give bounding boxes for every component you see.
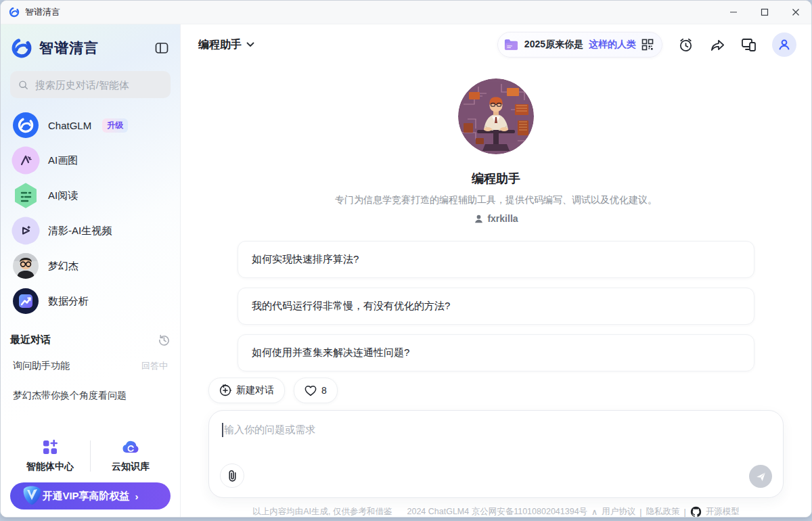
folder-icon <box>503 38 519 51</box>
sidebar-item-label: AI阅读 <box>48 189 78 202</box>
send-plane-icon <box>755 471 767 482</box>
main-panel: 编程助手 2025原来你是 <box>181 24 811 518</box>
agent-author-name: fxrkilla <box>487 213 518 224</box>
sidebar-item-qingying-video[interactable]: 清影-AI生视频 <box>10 213 171 248</box>
vip-upgrade-button[interactable]: 开通VIP享高阶权益 › <box>10 482 171 509</box>
app-logo-icon <box>9 7 20 18</box>
chatglm-icon <box>13 112 39 138</box>
new-chat-label: 新建对话 <box>236 384 274 397</box>
new-chat-button[interactable]: 新建对话 <box>208 378 285 403</box>
maximize-button[interactable] <box>749 1 780 24</box>
opensource-link[interactable]: 开源模型 <box>706 506 740 518</box>
agent-title: 编程助手 <box>472 171 520 187</box>
close-icon <box>792 8 800 16</box>
sidebar-item-data-analysis[interactable]: 数据分析 <box>10 284 171 319</box>
app-window: 智谱清言 智谱清言 <box>0 0 812 518</box>
window-title: 智谱清言 <box>25 6 718 18</box>
qr-code-icon <box>641 39 654 51</box>
footer-collapse-icon[interactable]: ∧ <box>591 507 597 517</box>
brand-name: 智谱清言 <box>39 39 153 58</box>
sidebar: 智谱清言 <box>1 24 181 518</box>
vip-logo-icon <box>17 480 48 511</box>
footer-separator: | <box>639 507 641 517</box>
copyright-text: 2024 ChatGLM4 京公网安备11010802041394号 <box>407 506 588 518</box>
qingying-video-icon <box>13 218 39 244</box>
agent-author-row: fxrkilla <box>474 213 518 224</box>
like-count: 8 <box>321 385 327 396</box>
close-button[interactable] <box>780 1 811 24</box>
data-analysis-icon <box>13 288 39 314</box>
cloud-knowledge-tab[interactable]: 云知识库 <box>91 438 171 473</box>
sidebar-bottom-tabs: 智能体中心 云知识库 <box>10 438 171 473</box>
sidebar-item-label: 梦幻杰 <box>48 260 78 273</box>
maximize-icon <box>761 8 769 16</box>
footer-separator: | <box>684 507 686 517</box>
paperclip-icon <box>227 470 238 482</box>
agent-selector-label: 编程助手 <box>198 38 242 52</box>
sidebar-item-label: 数据分析 <box>48 295 89 308</box>
sidebar-collapse-button[interactable] <box>153 39 171 57</box>
alarm-button[interactable] <box>677 36 694 53</box>
promo-banner[interactable]: 2025原来你是 这样的人类 <box>497 32 662 58</box>
history-icon[interactable] <box>158 334 171 346</box>
user-icon <box>777 38 791 51</box>
agent-description: 专门为信息学竞赛打造的编程辅助工具，提供代码编写、调试以及优化建议。 <box>335 194 657 206</box>
search-box[interactable] <box>10 71 171 98</box>
agent-selector[interactable]: 编程助手 <box>198 38 254 52</box>
chat-input-placeholder: 输入你的问题或需求 <box>224 424 315 436</box>
sidebar-item-label: ChatGLM <box>48 120 91 131</box>
sidebar-item-menghuanjie[interactable]: 梦幻杰 <box>10 248 171 284</box>
recent-chat-status: 回答中 <box>141 360 168 372</box>
chat-input[interactable]: 输入你的问题或需求 <box>222 423 315 437</box>
sidebar-item-label: 清影-AI生视频 <box>48 225 112 237</box>
sidebar-item-ai-draw[interactable]: AI画图 <box>10 143 171 178</box>
suggestion-card[interactable]: 我的代码运行得非常慢，有没有优化的方法? <box>238 288 754 325</box>
chevron-down-icon <box>246 42 254 47</box>
ai-disclaimer: 以上内容均由AI生成, 仅供参考和借鉴 <box>252 506 392 518</box>
agent-avatar <box>458 78 534 154</box>
recent-chats-header: 最近对话 <box>10 328 171 351</box>
menghuanjie-avatar <box>13 253 39 279</box>
alarm-clock-icon <box>678 37 694 53</box>
suggestion-list: 如何实现快速排序算法? 我的代码运行得非常慢，有没有优化的方法? 如何使用并查集… <box>238 241 754 371</box>
page-footer: 以上内容均由AI生成, 仅供参考和借鉴 2024 ChatGLM4 京公网安备1… <box>181 506 811 518</box>
terms-link[interactable]: 用户协议 <box>602 506 635 518</box>
send-button[interactable] <box>749 465 772 488</box>
agent-center-tab[interactable]: 智能体中心 <box>10 438 90 473</box>
attach-button[interactable] <box>220 463 244 488</box>
window-controls <box>718 1 811 24</box>
sidebar-item-ai-read[interactable]: AI阅读 <box>10 178 171 213</box>
cloud-knowledge-icon <box>121 438 140 456</box>
recent-chat-item[interactable]: 询问助手功能 回答中 <box>10 351 171 381</box>
minimize-button[interactable] <box>718 1 749 24</box>
agent-hero: 编程助手 专门为信息学竞赛打造的编程辅助工具，提供代码编写、调试以及优化建议。 … <box>181 65 811 224</box>
banner-highlight-text: 这样的人类 <box>589 39 636 51</box>
recent-chats-title: 最近对话 <box>10 334 158 346</box>
like-button[interactable]: 8 <box>294 378 338 403</box>
suggestion-card[interactable]: 如何使用并查集来解决连通性问题? <box>238 334 754 371</box>
profile-button[interactable] <box>772 32 796 57</box>
text-caret <box>222 423 223 437</box>
ai-draw-icon <box>13 148 39 173</box>
suggestion-card[interactable]: 如何实现快速排序算法? <box>238 241 754 278</box>
recent-chat-item[interactable]: 梦幻杰带你换个角度看问题 <box>10 381 171 411</box>
brand-row: 智谱清言 <box>10 35 171 61</box>
titlebar: 智谱清言 <box>1 1 811 24</box>
share-arrow-icon <box>710 37 725 53</box>
ai-read-icon <box>13 183 39 208</box>
new-chat-icon <box>219 384 231 397</box>
privacy-link[interactable]: 隐私政策 <box>646 506 680 518</box>
share-button[interactable] <box>708 36 726 53</box>
author-user-icon <box>474 214 484 224</box>
devices-button[interactable] <box>740 36 758 53</box>
upgrade-badge[interactable]: 升级 <box>102 118 128 133</box>
sidebar-item-label: AI画图 <box>48 154 78 167</box>
sidebar-menu: ChatGLM 升级 AI画图 <box>10 108 171 319</box>
banner-text: 2025原来你是 <box>524 39 583 51</box>
devices-icon <box>741 37 757 52</box>
search-input[interactable] <box>34 78 162 91</box>
chat-input-box[interactable]: 输入你的问题或需求 <box>208 410 784 498</box>
recent-chat-title: 询问助手功能 <box>13 360 141 372</box>
sidebar-item-chatglm[interactable]: ChatGLM 升级 <box>10 108 171 143</box>
brand-logo-icon <box>10 37 33 60</box>
